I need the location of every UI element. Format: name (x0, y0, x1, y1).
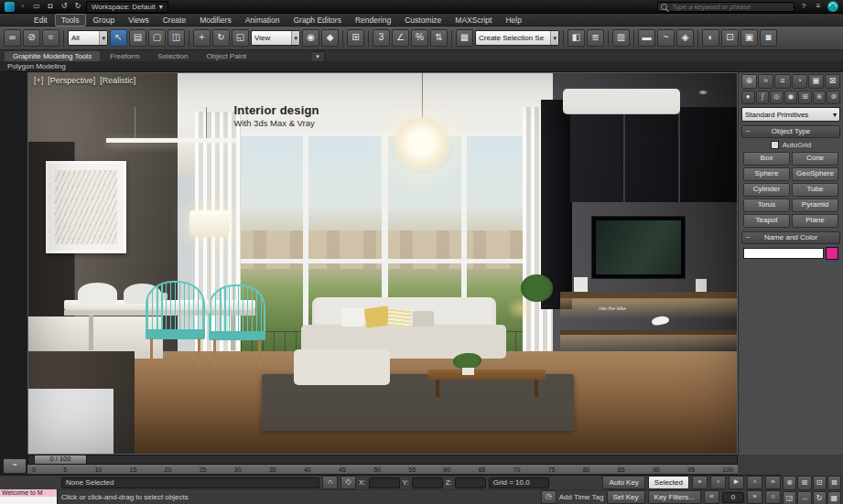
object-type-button[interactable]: Torus (743, 198, 790, 212)
object-type-rollout-header[interactable]: − Object Type (741, 125, 840, 138)
category-shapes-icon[interactable]: ∫ (756, 91, 770, 104)
select-object-icon[interactable]: ↖ (110, 29, 127, 47)
object-type-button[interactable]: Box (743, 152, 790, 166)
perspective-viewport[interactable]: [+] [Perspective] [Realistic] Interior d… (27, 72, 738, 455)
primitives-dropdown[interactable]: Standard Primitives ▾ (741, 107, 840, 122)
category-space-warps-icon[interactable]: ≋ (813, 91, 827, 104)
pan-view-icon[interactable]: ↔ (797, 491, 811, 504)
time-slider-handle[interactable]: 0 / 100 (34, 455, 87, 465)
maxscript-mini-listener[interactable]: Welcome to M (0, 489, 58, 504)
redo-icon[interactable]: ↻ (72, 1, 83, 12)
mini-curve-editor-button[interactable]: ~ (3, 458, 27, 474)
ribbon-tab[interactable]: Object Paint (199, 51, 255, 61)
selected-set-dropdown[interactable]: Selected (648, 476, 689, 489)
category-helpers-icon[interactable]: ⊞ (798, 91, 812, 104)
select-and-manipulate-icon[interactable]: ◆ (321, 29, 339, 47)
zoom-icon[interactable]: ⊕ (783, 476, 796, 490)
tab-motion-icon[interactable]: ◔ (792, 74, 807, 89)
bind-to-space-warp-icon[interactable]: ≈ (42, 29, 59, 47)
autogrid-checkbox[interactable] (771, 141, 779, 149)
x-coordinate-field[interactable] (369, 477, 400, 488)
select-and-scale-icon[interactable]: ◱ (232, 29, 249, 47)
keyboard-override-icon[interactable]: ⊞ (347, 29, 364, 47)
window-crossing-toggle-icon[interactable]: ◫ (168, 29, 185, 47)
go-to-start-button[interactable]: « (692, 476, 708, 489)
auto-key-button[interactable]: Auto Key (602, 476, 644, 489)
tab-create-icon[interactable]: ⊕ (741, 74, 757, 89)
viewport-menu-button[interactable]: [+] (34, 76, 43, 85)
menu-item[interactable]: Edit (27, 14, 54, 27)
3dsmax-logo-icon[interactable] (5, 2, 15, 12)
next-key-button[interactable]: » (747, 490, 762, 504)
spinner-snap-icon[interactable]: ⇅ (430, 29, 448, 47)
unlink-selection-icon[interactable]: ⊘ (23, 29, 40, 47)
previous-key-button[interactable]: « (704, 490, 719, 504)
menu-item[interactable]: Animation (239, 14, 286, 27)
ribbon-tab[interactable]: Freeform (102, 51, 147, 61)
menu-item[interactable]: Graph Editors (286, 14, 347, 27)
category-lights-icon[interactable]: ◎ (770, 91, 784, 104)
orbit-icon[interactable]: ↻ (813, 491, 827, 504)
help-icon[interactable]: ? (798, 1, 809, 12)
selection-lock-icon[interactable]: ∩ (322, 476, 338, 489)
menu-item[interactable]: Tools (55, 14, 86, 27)
play-button[interactable]: ► (729, 476, 744, 489)
object-type-button[interactable]: Plane (792, 214, 838, 228)
menu-item[interactable]: Rendering (349, 14, 397, 27)
search-input[interactable] (670, 2, 791, 12)
communication-center-icon[interactable]: ≡ (813, 1, 824, 12)
menu-item[interactable]: Create (157, 14, 193, 27)
track-bar[interactable]: 0510152025303540455055606570758085909510… (27, 465, 738, 475)
percent-snap-icon[interactable]: % (411, 29, 428, 47)
time-slider[interactable]: 0 / 100 (27, 455, 738, 465)
rectangular-selection-region-icon[interactable]: ▢ (148, 29, 166, 47)
menu-item[interactable]: Help (499, 14, 527, 27)
object-type-button[interactable]: Teapot (743, 214, 790, 228)
field-of-view-icon[interactable]: ◲ (783, 491, 796, 504)
angle-snap-icon[interactable]: ∠ (392, 29, 409, 47)
go-to-end-button[interactable]: » (765, 476, 781, 489)
edit-named-selection-sets-icon[interactable]: ▦ (456, 29, 473, 47)
key-filters-button[interactable]: Key Filters... (648, 490, 701, 504)
add-time-tag-label[interactable]: Add Time Tag (559, 493, 604, 501)
layer-manager-icon[interactable]: ▥ (612, 29, 630, 47)
select-and-rotate-icon[interactable]: ↻ (212, 29, 230, 47)
object-type-button[interactable]: GeoSphere (792, 167, 838, 181)
align-icon[interactable]: ≣ (587, 29, 604, 47)
selection-filter-dropdown[interactable]: All ▾ (68, 30, 108, 46)
object-type-button[interactable]: Cone (792, 152, 838, 166)
polygon-modeling-panel-label[interactable]: Polygon Modeling (7, 62, 66, 70)
category-geometry-icon[interactable]: ● (741, 91, 755, 104)
time-tag-icon[interactable]: ◷ (541, 490, 557, 504)
tab-hierarchy-icon[interactable]: ≡ (774, 74, 790, 89)
ribbon-tab[interactable]: Selection (150, 51, 197, 61)
viewport-pov-button[interactable]: [Perspective] (48, 76, 95, 85)
absolute-offset-mode-icon[interactable]: ◇ (340, 476, 356, 489)
object-type-button[interactable]: Pyramid (792, 198, 838, 212)
previous-frame-button[interactable]: ‹ (710, 476, 726, 489)
zoom-extents-all-icon[interactable]: ⊠ (827, 476, 841, 490)
set-key-button[interactable]: Set Key (607, 490, 645, 504)
select-by-name-icon[interactable]: ▤ (129, 29, 146, 47)
menu-item[interactable]: MAXScript (449, 14, 498, 27)
ribbon-toggle-icon[interactable]: ▬ (638, 29, 655, 47)
workspace-dropdown[interactable]: Workspace: Default ▾ (86, 1, 168, 13)
menu-item[interactable]: Modifiers (193, 14, 237, 27)
search-icon[interactable] (661, 4, 667, 10)
current-frame-field[interactable]: 0 (722, 492, 744, 503)
undo-icon[interactable]: ↺ (59, 1, 70, 12)
open-file-icon[interactable]: ▭ (31, 1, 42, 12)
object-name-field[interactable] (743, 248, 824, 259)
snap-toggle-3d-icon[interactable]: 3 (373, 29, 390, 47)
category-systems-icon[interactable]: ⊛ (827, 91, 840, 104)
y-coordinate-field[interactable] (412, 477, 443, 488)
object-type-button[interactable]: Cylinder (743, 183, 790, 197)
listener-script-line[interactable] (0, 497, 57, 504)
name-color-rollout-header[interactable]: − Name and Color (741, 231, 840, 244)
key-mode-toggle-button[interactable]: ○ (765, 490, 781, 504)
new-scene-icon[interactable]: ▫ (17, 1, 28, 12)
viewport-shading-button[interactable]: [Realistic] (100, 76, 135, 85)
next-frame-button[interactable]: › (747, 476, 762, 489)
zoom-extents-icon[interactable]: ⊡ (813, 476, 827, 490)
save-file-icon[interactable]: ◘ (45, 1, 56, 12)
